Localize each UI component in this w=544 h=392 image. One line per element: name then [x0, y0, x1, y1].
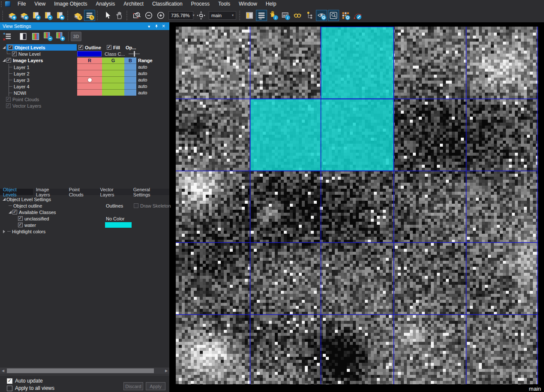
band-column-g[interactable]: G — [102, 57, 124, 96]
save-project-icon[interactable] — [18, 10, 30, 21]
band-cell-r-layer-1[interactable] — [77, 63, 102, 70]
menu-architect[interactable]: Architect — [119, 0, 148, 8]
horizontal-scrollbar[interactable]: ◀ ▶ — [0, 368, 169, 374]
level-outline-color-swatch[interactable] — [77, 51, 102, 57]
tree-item-layer-4[interactable]: Layer 4 — [2, 83, 30, 90]
chevron-down-icon[interactable]: ▾ — [146, 23, 152, 29]
outline-checkbox[interactable]: ✓ — [78, 45, 83, 50]
add-image-layer-icon[interactable] — [30, 10, 42, 21]
settings-available-classes[interactable]: ✓ Available Classes — [2, 209, 56, 215]
expand-icon[interactable] — [2, 59, 6, 62]
water-color-swatch[interactable] — [105, 222, 132, 228]
zoom-pan-icon[interactable] — [195, 10, 207, 21]
close-icon[interactable]: × — [160, 23, 167, 29]
range-value-layer-3[interactable]: auto — [138, 76, 153, 83]
band-cell-r-layer-4[interactable] — [77, 83, 102, 89]
band-cell-g-layer-5[interactable] — [102, 89, 124, 96]
band-cell-r-layer-3[interactable] — [77, 76, 102, 83]
tree-item-object-levels[interactable]: ✓ Object Levels — [2, 44, 77, 51]
menu-help[interactable]: Help — [261, 0, 281, 8]
toolbar-grip[interactable] — [1, 1, 3, 7]
select-arrow-icon[interactable] — [102, 10, 113, 21]
collapsed-expand-icon[interactable] — [2, 230, 6, 233]
band-column-b[interactable]: B — [124, 57, 136, 96]
new-project-icon[interactable] — [6, 10, 18, 21]
auto-update-toggle[interactable]: ✓ Auto update — [7, 378, 43, 384]
expand-icon[interactable] — [8, 211, 12, 214]
tab-image-layers[interactable]: Image Layers — [33, 189, 66, 195]
image-canvas[interactable] — [176, 27, 538, 384]
band-cell-r-layer-5[interactable] — [77, 89, 102, 96]
pin-icon[interactable] — [153, 23, 159, 29]
selected-row-highlight[interactable]: ✓ Object Levels — [6, 44, 77, 51]
band-cell-g-layer-3[interactable] — [102, 76, 124, 83]
add-display-layer-icon[interactable] — [55, 31, 66, 42]
tree-item-layer-5[interactable]: NDWI — [2, 90, 26, 96]
edit-levels-icon[interactable] — [2, 31, 12, 42]
range-value-layer-4[interactable]: auto — [138, 83, 153, 89]
new-level-checkbox[interactable]: ✓ — [12, 51, 17, 56]
band-column-r[interactable]: R — [77, 57, 102, 96]
tab-point-clouds[interactable]: Point Clouds — [66, 189, 97, 195]
single-layer-gray-icon[interactable] — [18, 31, 28, 42]
fill-checkbox[interactable]: ✓ — [107, 45, 111, 50]
zoom-level-select[interactable]: 735.78%▾ — [168, 11, 193, 20]
toolbar-grip[interactable] — [2, 11, 5, 20]
curve-edit-icon[interactable] — [352, 10, 363, 21]
settings-object-outline[interactable]: Object outline — [2, 202, 42, 209]
panel-title-bar[interactable]: View Settings ▾ × — [0, 22, 169, 30]
band-cell-g-layer-2[interactable] — [102, 70, 124, 76]
menu-analysis[interactable]: Analysis — [92, 0, 120, 8]
expand-icon[interactable] — [2, 46, 6, 49]
apply-button[interactable]: Apply — [146, 382, 165, 390]
object-levels-checkbox[interactable]: ✓ — [8, 45, 13, 50]
opacity-slider[interactable] — [129, 51, 140, 57]
open-workspace-icon[interactable] — [54, 10, 66, 21]
band-cell-b-layer-5[interactable] — [124, 89, 136, 96]
tree-item-vector-layers[interactable]: ✓ Vector Layers — [2, 103, 41, 109]
scrollbar-track[interactable] — [6, 368, 163, 374]
band-cell-b-layer-2[interactable] — [124, 70, 136, 76]
view-list-icon[interactable] — [256, 10, 267, 21]
outline-mode-value[interactable]: Outlines — [106, 202, 123, 209]
band-cell-g-layer-1[interactable] — [102, 63, 124, 70]
view-select[interactable]: main▾ — [209, 11, 236, 20]
available-classes-checkbox[interactable]: ✓ — [12, 210, 17, 214]
tree-item-layer-1[interactable]: Layer 1 — [2, 64, 30, 70]
view-glasses-icon[interactable] — [292, 10, 303, 21]
window-layout-icon[interactable] — [244, 10, 255, 21]
menu-image-objects[interactable]: Image Objects — [50, 0, 91, 8]
menu-classification[interactable]: Classification — [148, 0, 187, 8]
tree-item-new-level[interactable]: ✓ New Level — [2, 51, 40, 57]
app-logo-icon[interactable] — [5, 1, 11, 7]
menu-view[interactable]: View — [30, 0, 50, 8]
grid-settings-icon[interactable] — [340, 10, 351, 21]
class-item-water[interactable]: ✓ water — [2, 222, 36, 228]
image-layer-history-icon[interactable] — [72, 10, 83, 21]
water-checkbox[interactable]: ✓ — [18, 223, 23, 227]
band-cell-b-layer-3[interactable] — [124, 76, 136, 83]
apply-all-views-checkbox[interactable]: ✓ — [7, 386, 12, 391]
band-cell-r-layer-2[interactable] — [77, 70, 102, 76]
tab-general-settings[interactable]: General Settings — [130, 189, 169, 195]
range-value-layer-2[interactable]: auto — [138, 70, 153, 76]
process-history-icon[interactable] — [84, 10, 95, 21]
outline-toggle[interactable]: ✓ Outline — [78, 44, 101, 51]
menu-window[interactable]: Window — [234, 0, 261, 8]
tree-item-layer-3[interactable]: Layer 3 — [2, 77, 30, 83]
band-cell-b-layer-1[interactable] — [124, 63, 136, 70]
3d-view-button[interactable]: 3D — [71, 32, 81, 41]
settings-root[interactable]: Object Level Settings — [2, 196, 51, 202]
class-item-unclassified[interactable]: ✓ unclassified — [2, 215, 49, 222]
band-cell-b-layer-4[interactable] — [124, 83, 136, 89]
discard-button[interactable]: Discard — [123, 382, 143, 390]
image-layers-checkbox[interactable]: ✓ — [6, 58, 11, 63]
mix-layers-rgb-icon[interactable] — [30, 31, 41, 42]
menu-tools[interactable]: Tools — [214, 0, 234, 8]
scrollbar-thumb[interactable] — [7, 368, 154, 373]
zoom-in-icon[interactable] — [155, 10, 166, 21]
band-cell-g-layer-4[interactable] — [102, 83, 124, 89]
search-region-icon[interactable] — [328, 10, 339, 21]
band-assignment-table[interactable]: RGB — [77, 57, 136, 96]
unclassified-checkbox[interactable]: ✓ — [18, 216, 23, 221]
